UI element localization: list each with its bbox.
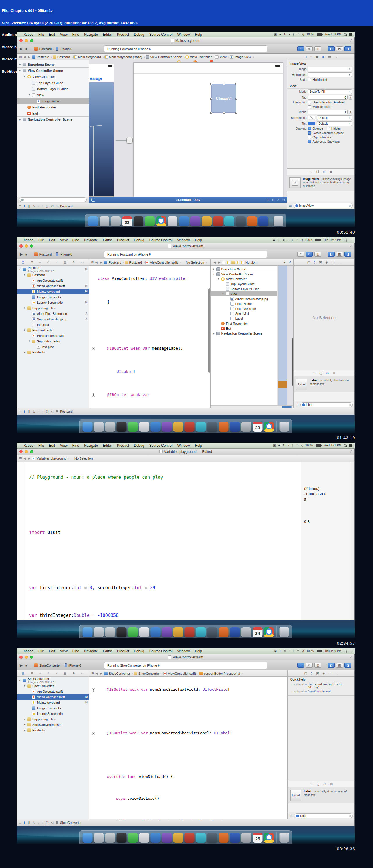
code-line[interactable]: @IBOutlet weak var mensShoeSizeTextField… — [89, 679, 287, 700]
result-value[interactable] — [301, 502, 351, 508]
menu-item[interactable]: File — [38, 443, 44, 448]
stop-button[interactable]: ■ — [25, 664, 27, 667]
outline-row[interactable]: ▼ View — [211, 291, 277, 296]
disclosure-triangle[interactable]: ▶ — [23, 729, 26, 732]
editor-scrollbar[interactable] — [351, 462, 354, 620]
back-button[interactable]: ◀ — [95, 672, 98, 675]
menubar-status-icon[interactable]: ᛒ — [293, 649, 294, 653]
add-assistant-editor-button[interactable]: + — [284, 261, 285, 264]
jumpbar-segment[interactable]: View› — [215, 55, 230, 59]
notification-center-icon[interactable] — [349, 650, 352, 652]
dock-icon[interactable] — [185, 627, 195, 637]
menubar-status-icon[interactable]: ▣ — [272, 238, 275, 242]
dock-trash-icon[interactable] — [280, 422, 289, 432]
navigator-row[interactable]: Info.plist — [17, 344, 89, 349]
highlighted-combo[interactable]: ▼ — [308, 72, 352, 77]
dock-icon[interactable] — [162, 627, 172, 637]
library-grid-icon[interactable]: ⊞ — [289, 204, 291, 208]
quick-help-tab[interactable]: ? — [311, 672, 313, 675]
library-grid-icon[interactable]: ⊞ — [290, 814, 292, 818]
alpha-stepper[interactable]: ▲▼ — [349, 110, 352, 114]
pull-up-icon[interactable]: ↑ — [41, 410, 43, 413]
menu-item[interactable]: Navigate — [84, 649, 98, 653]
back-button[interactable]: ◀ — [23, 457, 26, 460]
library-search-field[interactable]: imageVIew⊗ — [293, 203, 353, 208]
dock-icon[interactable] — [94, 422, 104, 432]
segue-arrow[interactable]: → — [126, 137, 133, 144]
menubar-status-icon[interactable]: ◔ — [289, 649, 290, 653]
menubar-clock[interactable]: Wed 6:21 PM — [324, 444, 341, 447]
related-items-icon[interactable]: ⊞ — [91, 261, 94, 264]
dock-icon[interactable] — [196, 833, 206, 843]
source-code-editor[interactable]: class ViewController: UIViewController { — [89, 266, 211, 408]
tag-field[interactable]: 0 — [308, 95, 348, 100]
menu-item[interactable]: Help — [195, 649, 202, 653]
outline-toggle-icon[interactable] — [91, 198, 95, 202]
bookmark-icon[interactable]: ▮ — [24, 821, 25, 824]
navigator-toggle-button[interactable]: ◧ — [327, 663, 335, 668]
disclosure-triangle[interactable]: ▼ — [222, 292, 224, 295]
identity-inspector-tab[interactable]: ▣ — [316, 672, 319, 675]
menu-item[interactable]: Debug — [134, 443, 144, 448]
notification-center-icon[interactable] — [349, 33, 352, 36]
outline-filter-field[interactable] — [19, 197, 87, 202]
breakpoint-icon[interactable]: □ — [19, 204, 21, 208]
disclosure-triangle[interactable]: ▼ — [23, 274, 26, 276]
dock-icon[interactable] — [207, 422, 217, 432]
user-interaction-checkbox[interactable] — [308, 101, 311, 104]
navigator-row[interactable]: Main.storyboard M — [17, 289, 89, 294]
menubar-status-icon[interactable]: ᛒ — [291, 238, 293, 242]
fullscreen-icon[interactable]: ⤢ — [350, 450, 352, 453]
align-button[interactable]: ⊟ — [267, 198, 269, 202]
outline-row[interactable]: Enter Message — [211, 306, 277, 311]
dock-icon[interactable] — [196, 422, 206, 432]
standard-editor-button[interactable]: ≡ — [297, 46, 304, 51]
code-line[interactable] — [89, 313, 211, 337]
assistant-mode-icon[interactable] — [222, 261, 226, 264]
quick-help-tab[interactable]: ? — [314, 261, 315, 264]
outline-row[interactable]: Bottom Layout Guide — [17, 86, 89, 92]
pin-button[interactable]: ⊞ — [272, 198, 275, 202]
menubar-status-icon[interactable]: ▣ — [274, 33, 277, 36]
jumpbar-segment[interactable]: View Controller› — [185, 55, 215, 59]
navigator-row[interactable]: ViewController.swift M — [17, 694, 89, 700]
breakpoint-icon[interactable]: □ — [19, 410, 21, 413]
menu-item[interactable]: Find — [73, 649, 79, 653]
jumpbar-segment[interactable]: Postcard› — [53, 55, 73, 59]
dock-icon[interactable] — [94, 833, 104, 843]
resolve-button[interactable]: A — [277, 198, 279, 202]
dock-icon[interactable] — [179, 216, 189, 226]
menubar-clock[interactable]: Tue 7:39 PM — [325, 33, 341, 36]
scheme-selector[interactable]: ShoeConverter› iPhone 6 — [34, 663, 81, 667]
jumpbar-segment[interactable]: Variables.playground› — [32, 457, 70, 460]
symbol-navigator-tab[interactable]: ⊞ — [31, 672, 33, 675]
outline-row[interactable]: Exit — [17, 110, 89, 116]
outline-row[interactable]: ▼ View Controller — [17, 73, 89, 80]
menu-item[interactable]: Navigate — [84, 238, 98, 242]
multiple-touch-checkbox[interactable] — [308, 105, 311, 108]
media-library-tab[interactable]: ▦ — [329, 170, 332, 173]
outline-row[interactable]: ▼ View Controller — [211, 276, 277, 281]
dock-icon[interactable] — [117, 627, 126, 637]
result-value[interactable] — [301, 514, 351, 519]
issue-navigator-tab[interactable]: ⚠ — [47, 672, 50, 675]
assistant-hscrollbar[interactable] — [211, 405, 293, 408]
size-inspector-tab[interactable]: ▭ — [328, 672, 332, 675]
spotlight-icon[interactable] — [344, 444, 346, 447]
menubar-status-icon[interactable]: ◁ — [302, 649, 304, 653]
disclosure-triangle[interactable]: ▼ — [23, 307, 26, 309]
menubar-status-icon[interactable]: ✦ — [278, 238, 280, 242]
log-navigator-tab[interactable]: ▭ — [81, 672, 84, 675]
menu-item[interactable]: File — [38, 649, 44, 653]
media-library-tab[interactable]: ▦ — [330, 782, 333, 786]
log-navigator-tab[interactable]: ▭ — [81, 261, 84, 264]
dock-icon[interactable] — [139, 627, 149, 637]
navigator-row[interactable]: ▼ Supporting Files — [17, 305, 89, 311]
code-line[interactable]: // Playground - noun: a place where peop… — [25, 464, 301, 491]
menubar-status-icon[interactable]: ◔ — [287, 238, 289, 242]
bookmark-icon[interactable]: ▮ — [24, 410, 25, 413]
dock-chrome-icon[interactable] — [264, 627, 274, 637]
result-value[interactable] — [301, 508, 351, 514]
dock-icon[interactable] — [219, 422, 229, 432]
related-items-icon[interactable]: ⊞ — [19, 55, 22, 58]
